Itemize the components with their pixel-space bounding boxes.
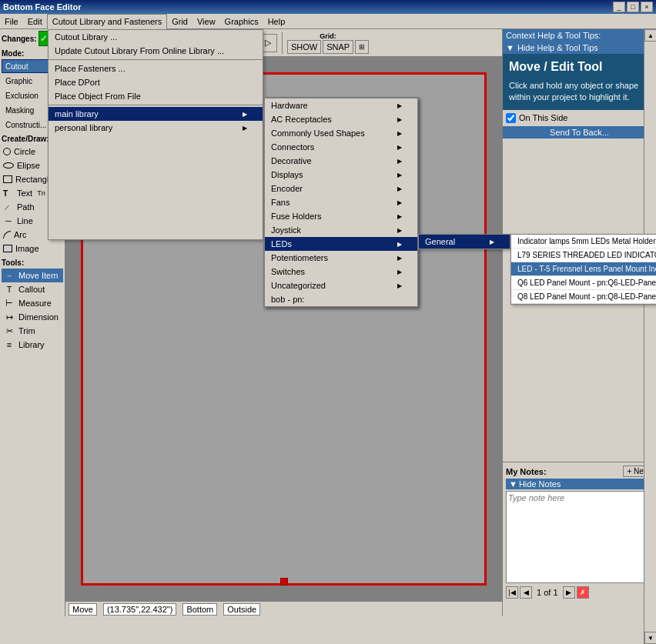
bob-item[interactable]: bob - pn: <box>265 292 417 306</box>
fuse-holders-item[interactable]: Fuse Holders <box>265 209 417 223</box>
title-bar-buttons: _ □ × <box>613 2 653 12</box>
tool-dimension[interactable]: ↦ Dimension <box>2 310 63 324</box>
trim-label: Trim <box>18 326 35 335</box>
dimension-label: Dimension <box>18 312 59 322</box>
path-icon: ⟋ <box>3 203 14 212</box>
led-result-5[interactable]: Q8 LED Panel Mount - pn:Q8-LED-Panel-Mou… <box>511 290 656 304</box>
ellipse-label: Elipse <box>17 161 40 170</box>
help-title-label: Context Help & Tool Tips: <box>506 31 601 40</box>
delete-note-button[interactable]: ✗ <box>577 586 589 599</box>
notes-header-row: My Notes: + New <box>506 465 653 477</box>
title-bar: Bottom Face Editor _ □ × <box>0 0 656 14</box>
potentiometers-item[interactable]: Potentiometers <box>265 251 417 265</box>
tool-trim[interactable]: ✂ Trim <box>2 324 63 338</box>
menu-file[interactable]: File <box>0 14 23 29</box>
text-icon: T <box>3 189 14 198</box>
fans-item[interactable]: Fans <box>265 195 417 209</box>
hide-notes-bar[interactable]: ▼ Hide Notes <box>506 479 653 489</box>
first-note-button[interactable]: |◀ <box>506 586 518 599</box>
minimize-button[interactable]: _ <box>613 2 625 12</box>
update-library-item[interactable]: Update Cutout Library From Online Librar… <box>49 44 263 58</box>
rect-icon <box>3 175 12 183</box>
joystick-item[interactable]: Joystick <box>265 223 417 237</box>
arc-icon <box>3 231 11 239</box>
switches-item[interactable]: Switches <box>265 265 417 279</box>
measure-label: Measure <box>18 299 52 308</box>
help-header: Context Help & Tool Tips: ▲ <box>503 29 656 42</box>
connectors-item[interactable]: Connectors <box>265 140 417 154</box>
send-to-back-label: Send To Back... <box>550 128 609 137</box>
image-icon <box>3 245 12 252</box>
led-result-2[interactable]: L79 SERIES THREADED LED INDICATOR LIGHT … <box>511 249 656 262</box>
ac-receptacles-item[interactable]: AC Receptacles <box>265 112 417 126</box>
tools-label: Tools: <box>2 259 63 267</box>
menu-view[interactable]: View <box>192 14 220 29</box>
tool-measure[interactable]: ⊢ Measure <box>2 296 63 310</box>
main-library-submenu: Hardware AC Receptacles Commonly Used Sh… <box>263 97 419 308</box>
menu-sep-2 <box>49 105 263 105</box>
place-dport-item[interactable]: Place DPort <box>49 75 263 89</box>
place-fasteners-item[interactable]: Place Fasteners ... <box>49 62 263 75</box>
hardware-item[interactable]: Hardware <box>265 98 417 112</box>
tool-move-item[interactable]: ↔ Move Item <box>2 269 63 282</box>
notes-page: 1 of 1 <box>534 588 561 597</box>
leds-submenu-container: General Indicator lamps 5mm LEDs Metal H… <box>418 234 510 249</box>
status-coords: (13.735",22.432") <box>103 603 176 616</box>
next-note-button[interactable]: ▶ <box>563 586 575 599</box>
right-panel: Context Help & Tool Tips: ▲ ▼ Hide Help … <box>502 29 656 616</box>
commonly-used-shapes-item[interactable]: Commonly Used Shapes <box>265 126 417 140</box>
library-icon: ≡ <box>3 339 15 351</box>
main-library-item[interactable]: main library <box>49 107 263 121</box>
close-button[interactable]: × <box>641 2 653 12</box>
notes-title: My Notes: <box>506 467 547 476</box>
hide-help-bar[interactable]: ▼ Hide Help & Tool Tips <box>503 42 656 54</box>
general-item[interactable]: General <box>419 235 510 249</box>
leds-item[interactable]: LEDs <box>265 237 417 251</box>
menu-cutout-library[interactable]: Cutout Library and Fasteners <box>47 14 167 29</box>
cutout-library-menu: Cutout Library ... Update Cutout Library… <box>48 29 263 240</box>
tool-callout[interactable]: T Callout <box>2 282 63 296</box>
led-result-3[interactable]: LED - T-5 Frensnel Lens Panel Mount Indi… <box>511 262 656 276</box>
cutout-library-item[interactable]: Cutout Library ... <box>49 30 263 44</box>
prev-note-button[interactable]: ◀ <box>520 586 532 599</box>
menu-help[interactable]: Help <box>263 14 290 29</box>
circle-icon <box>3 148 11 155</box>
draw-image[interactable]: Image <box>2 242 63 255</box>
on-this-side-checkbox-row[interactable]: On This Side <box>503 110 656 126</box>
personal-library-item[interactable]: personal library <box>49 121 263 135</box>
send-to-back-bar[interactable]: Send To Back... <box>503 126 656 138</box>
status-side: Bottom <box>182 603 217 616</box>
notes-section: My Notes: + New ▼ Hide Notes |◀ ◀ 1 of 1… <box>503 462 656 616</box>
cutout-menu-overlay: Cutout Library ... Update Cutout Library… <box>48 29 419 240</box>
tool-library[interactable]: ≡ Library <box>2 338 63 352</box>
displays-item[interactable]: Displays <box>265 168 417 182</box>
scroll-track <box>644 42 656 632</box>
led-result-1[interactable]: Indicator lamps 5mm LEDs Metal Holders (… <box>511 235 656 249</box>
led-result-4[interactable]: Q6 LED Panel Mount - pn:Q6-LED-Panel-Mou… <box>511 276 656 290</box>
scroll-down-button[interactable]: ▼ <box>644 632 656 644</box>
hide-help-label: Hide Help & Tool Tips <box>517 43 598 52</box>
main-library-dropdown: Hardware AC Receptacles Commonly Used Sh… <box>264 98 418 307</box>
position-indicator <box>280 578 288 586</box>
notes-collapse-icon: ▼ <box>509 479 517 489</box>
scroll-up-button[interactable]: ▲ <box>644 29 656 42</box>
changes-label: Changes: <box>2 35 37 43</box>
place-object-item[interactable]: Place Object From File <box>49 89 263 103</box>
right-scrollbar: ▲ ▼ <box>644 29 656 644</box>
menu-edit[interactable]: Edit <box>23 14 47 29</box>
notes-textarea[interactable] <box>506 491 653 583</box>
maximize-button[interactable]: □ <box>627 2 639 12</box>
decorative-item[interactable]: Decorative <box>265 154 417 168</box>
menu-grid[interactable]: Grid <box>167 14 192 29</box>
on-this-side-checkbox[interactable] <box>506 113 516 123</box>
trim-icon: ✂ <box>3 325 15 337</box>
encoder-item[interactable]: Encoder <box>265 182 417 195</box>
menu-graphics[interactable]: Graphics <box>220 14 263 29</box>
menu-bar: File Edit Cutout Library and Fasteners G… <box>0 14 656 29</box>
text-label: Text <box>17 189 32 198</box>
uncategorized-item[interactable]: Uncategorized <box>265 279 417 292</box>
callout-icon: T <box>3 283 15 295</box>
text-cursor-icon: Tn <box>37 189 45 197</box>
general-results-dropdown: Indicator lamps 5mm LEDs Metal Holders (… <box>510 234 656 305</box>
ellipse-icon <box>3 162 14 169</box>
